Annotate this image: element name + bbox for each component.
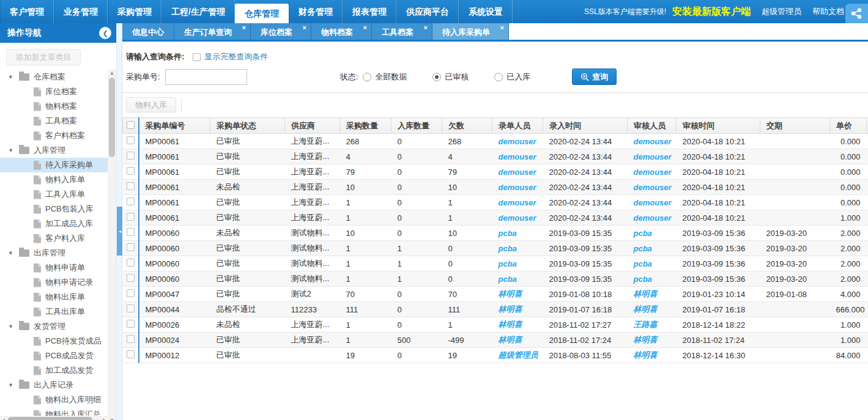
radio-icon[interactable] [494,73,503,81]
audit-user-link[interactable]: demouser [634,168,672,177]
radio-icon[interactable] [432,73,441,81]
status-radio-option[interactable]: 全部数据 [363,72,407,83]
table-row[interactable]: MP00061 已审批 上海亚蔚... 268 0 268 demouser 2… [123,134,868,149]
column-header[interactable]: 审核时间 [677,118,760,134]
audit-user-link[interactable]: demouser [634,137,672,146]
tree-doc-item[interactable]: 物料出入库明细 [0,392,108,407]
tree-doc-item[interactable]: 待入库采购单 [0,158,108,172]
tab-close-icon[interactable]: × [424,23,428,32]
sidebar-collapse-button[interactable]: ❮ [99,27,111,39]
table-row[interactable]: MP00060 已审批 测试物料... 1 1 0 pcba 2019-03-0… [123,271,868,287]
entry-user-link[interactable]: demouser [499,137,536,146]
row-checkbox[interactable] [127,197,135,205]
column-header[interactable]: 采购单状态 [210,118,285,134]
tree-doc-item[interactable]: 加工成品入库 [0,216,108,231]
table-row[interactable]: MP00060 未品检 测试物料... 10 0 10 pcba 2019-03… [123,226,868,241]
scroll-right-icon[interactable]: ▸ [100,416,108,420]
row-checkbox[interactable] [127,320,135,328]
table-row[interactable]: MP00060 已审批 测试物料... 1 1 0 pcba 2019-03-0… [123,256,868,271]
table-row[interactable]: MP00024 已审批 上海亚蔚... 1 500 -499 林明喜 2018-… [123,333,868,348]
panel-splitter[interactable]: ◂ [116,23,122,420]
caret-down-icon[interactable]: ▼ [8,147,19,153]
row-checkbox[interactable] [127,228,135,236]
tree-doc-item[interactable]: 物料申请记录 [0,275,108,290]
table-row[interactable]: MP00044 品检不通过 112233 111 0 111 林明喜 2019-… [123,302,868,317]
entry-user-link[interactable]: pcba [499,274,517,284]
tree-folder-item[interactable]: ▼ 入库管理 [0,143,108,158]
audit-user-link[interactable]: 林明喜 [634,335,658,344]
top-nav-item[interactable]: 仓库管理 [235,4,289,23]
radio-icon[interactable] [363,73,371,81]
tree-doc-item[interactable]: PCB待发货成品 [0,334,108,348]
entry-user-link[interactable]: 林明喜 [499,320,522,329]
audit-user-link[interactable]: pcba [634,274,652,284]
top-nav-item[interactable]: 财务管理 [289,0,343,23]
table-row[interactable]: MP00061 已审批 上海亚蔚... 4 0 4 demouser 2020-… [123,149,868,164]
column-header[interactable]: 采购单编号 [139,118,210,134]
row-checkbox[interactable] [127,259,135,267]
entry-user-link[interactable]: 林明喜 [499,289,522,298]
top-nav-item[interactable]: 系统设置 [459,0,513,23]
audit-user-link[interactable]: pcba [634,244,652,253]
column-header[interactable]: 供应商 [285,118,340,134]
entry-user-link[interactable]: demouser [499,168,536,177]
top-nav-item[interactable]: 供应商平台 [396,0,459,23]
audit-user-link[interactable]: 林明喜 [634,289,658,298]
tab[interactable]: 信息中心 [122,23,174,40]
column-header[interactable]: 采购数量 [340,118,391,134]
row-checkbox[interactable] [127,243,135,251]
column-header[interactable]: 交期 [760,118,830,134]
sidebar-horizontal-scrollbar[interactable]: ◂ ▸ [0,416,108,420]
table-row[interactable]: MP00060 已审批 测试物料... 1 1 0 pcba 2019-03-0… [123,241,868,256]
table-row[interactable]: MP00061 已审批 上海亚蔚... 79 0 79 demouser 202… [123,164,868,180]
tree-folder-item[interactable]: ▼ 发货管理 [0,319,108,334]
entry-user-link[interactable]: pcba [499,259,517,268]
tree-doc-item[interactable]: 客户料档案 [0,128,108,143]
sidebar-vertical-scrollbar[interactable]: ▲ ▼ [108,70,116,420]
table-row[interactable]: MP00061 已审批 上海亚蔚... 1 0 1 demouser 2020-… [123,195,868,210]
column-header[interactable]: 录入时间 [543,118,628,134]
row-checkbox[interactable] [127,289,135,297]
tab[interactable]: 工具档案 × [372,23,432,40]
row-checkbox[interactable] [127,182,135,190]
caret-down-icon[interactable]: ▼ [8,382,19,388]
tab-close-icon[interactable]: × [242,23,246,32]
entry-user-link[interactable]: demouser [499,183,536,192]
audit-user-link[interactable]: pcba [634,259,652,268]
audit-user-link[interactable]: 林明喜 [634,350,658,359]
tree-doc-item[interactable]: 物料入库单 [0,172,108,187]
caret-down-icon[interactable]: ▼ [8,323,19,330]
audit-user-link[interactable]: demouser [634,213,672,223]
tab[interactable]: 库位档案 × [251,23,311,40]
install-client-link[interactable]: 安装最新版客户端 [672,6,751,18]
scrollbar-thumb[interactable] [109,78,115,157]
tree-doc-item[interactable]: 物料出库单 [0,290,108,304]
column-header[interactable]: 单价 [830,118,867,134]
table-row[interactable]: MP00061 未品检 上海亚蔚... 10 0 10 demouser 202… [123,180,868,195]
audit-user-link[interactable]: demouser [634,152,672,161]
tree-doc-item[interactable]: 工具出库单 [0,304,108,319]
tab[interactable]: 生产订单查询 × [174,23,251,40]
tab[interactable]: 待入库采购单 × [432,23,509,40]
scrollbar-thumb[interactable] [8,417,92,420]
share-button[interactable] [845,4,868,23]
entry-user-link[interactable]: pcba [499,229,517,238]
audit-user-link[interactable]: demouser [634,183,672,192]
entry-user-link[interactable]: 超级管理员 [499,350,538,359]
caret-down-icon[interactable]: ▼ [8,74,19,80]
tree-doc-item[interactable]: 工具入库单 [0,187,108,202]
tree-doc-item[interactable]: 客户料入库 [0,231,108,246]
entry-user-link[interactable]: 林明喜 [499,304,522,314]
table-row[interactable]: MP00061 已审批 上海亚蔚... 1 0 1 demouser 2020-… [123,210,868,226]
tree-doc-item[interactable]: 加工成品发货 [0,363,108,378]
table-row[interactable]: MP00047 已审批 测试2 70 0 70 林明喜 2019-01-08 1… [123,287,868,302]
tree-doc-item[interactable]: 库位档案 [0,84,108,99]
current-user-menu[interactable]: 超级管理员 [762,6,801,17]
tree-doc-item[interactable]: PCB成品发货 [0,348,108,363]
tree-folder-item[interactable]: ▼ 仓库档案 [0,70,108,84]
top-nav-item[interactable]: 采购管理 [108,0,161,23]
tree-doc-item[interactable]: PCB包装入库 [0,202,108,216]
scroll-down-icon[interactable]: ▼ [108,417,116,420]
top-nav-item[interactable]: 业务管理 [54,0,108,23]
tab[interactable]: 物料档案 × [311,23,372,40]
